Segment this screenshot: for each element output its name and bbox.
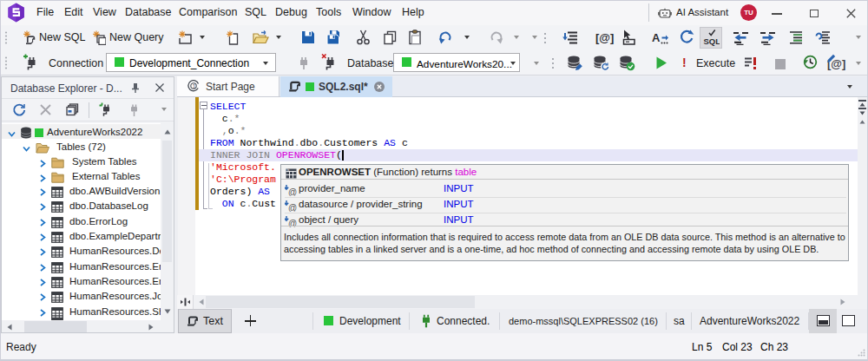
svg-text:SQL: SQL bbox=[704, 36, 720, 46]
svg-text:1: 1 bbox=[193, 83, 196, 89]
svg-text:@: @ bbox=[288, 187, 297, 196]
svg-text:fx: fx bbox=[287, 168, 290, 172]
svg-text:@: @ bbox=[288, 203, 297, 212]
svg-text:A: A bbox=[652, 31, 661, 44]
